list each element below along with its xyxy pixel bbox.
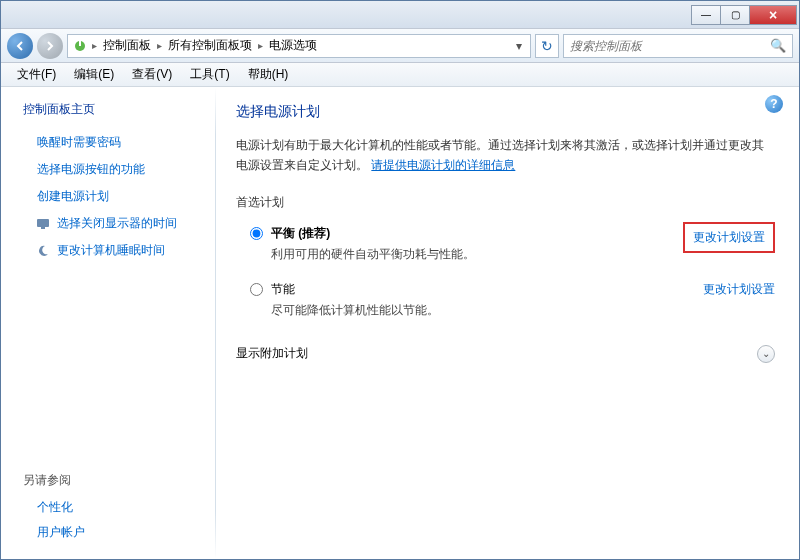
svg-rect-3 <box>41 227 45 229</box>
sidebar-item-label: 更改计算机睡眠时间 <box>57 242 165 259</box>
breadcrumb-item[interactable]: 控制面板 <box>101 37 153 54</box>
plan-radio-balanced[interactable] <box>250 227 263 240</box>
arrow-right-icon <box>44 40 56 52</box>
close-button[interactable]: × <box>749 5 797 25</box>
breadcrumb-item[interactable]: 所有控制面板项 <box>166 37 254 54</box>
search-box[interactable]: 🔍 <box>563 34 793 58</box>
highlight-box: 更改计划设置 <box>683 222 775 253</box>
back-button[interactable] <box>7 33 33 59</box>
breadcrumb-dropdown[interactable]: ▾ <box>512 39 526 53</box>
show-additional-plans[interactable]: 显示附加计划 ⌄ <box>236 339 775 369</box>
section-preferred-plans: 首选计划 <box>236 194 775 211</box>
plan-desc: 利用可用的硬件自动平衡功耗与性能。 <box>271 246 683 263</box>
sleep-icon <box>35 243 51 259</box>
desc-more-info-link[interactable]: 请提供电源计划的详细信息 <box>371 158 515 172</box>
help-icon[interactable]: ? <box>765 95 783 113</box>
arrow-left-icon <box>14 40 26 52</box>
plan-radio-energy[interactable] <box>250 283 263 296</box>
sidebar-links: 唤醒时需要密码 选择电源按钮的功能 创建电源计划 选择关闭显示器的时间 更改计算… <box>23 134 215 259</box>
plan-text: 节能 尽可能降低计算机性能以节能。 <box>271 281 691 319</box>
sidebar-item-label: 选择关闭显示器的时间 <box>57 215 177 232</box>
sidebar-link-create-plan[interactable]: 创建电源计划 <box>37 188 215 205</box>
chevron-right-icon: ▸ <box>155 40 164 51</box>
change-plan-settings-link[interactable]: 更改计划设置 <box>703 281 775 298</box>
menu-tools[interactable]: 工具(T) <box>182 64 237 85</box>
sidebar-footer-title: 另请参阅 <box>23 472 215 489</box>
content-area: 控制面板主页 唤醒时需要密码 选择电源按钮的功能 创建电源计划 选择关闭显示器的… <box>1 87 799 559</box>
menu-view[interactable]: 查看(V) <box>124 64 180 85</box>
minimize-button[interactable]: — <box>691 5 721 25</box>
plan-name: 节能 <box>271 281 691 298</box>
breadcrumb-item[interactable]: 电源选项 <box>267 37 319 54</box>
sidebar-link-power-button[interactable]: 选择电源按钮的功能 <box>37 161 215 178</box>
navbar: ▸ 控制面板 ▸ 所有控制面板项 ▸ 电源选项 ▾ ↻ 🔍 <box>1 29 799 63</box>
plan-desc: 尽可能降低计算机性能以节能。 <box>271 302 691 319</box>
expander-label: 显示附加计划 <box>236 345 308 362</box>
page-description: 电源计划有助于最大化计算机的性能或者节能。通过选择计划来将其激活，或选择计划并通… <box>236 135 775 176</box>
plan-text: 平衡 (推荐) 利用可用的硬件自动平衡功耗与性能。 <box>271 225 683 263</box>
chevron-right-icon: ▸ <box>90 40 99 51</box>
breadcrumb[interactable]: ▸ 控制面板 ▸ 所有控制面板项 ▸ 电源选项 ▾ <box>67 34 531 58</box>
monitor-icon <box>35 216 51 232</box>
search-input[interactable] <box>570 39 770 53</box>
control-panel-window: — ▢ × ▸ 控制面板 ▸ 所有控制面板项 ▸ 电源选项 ▾ ↻ <box>0 0 800 560</box>
sidebar-link-sleep-time[interactable]: 更改计算机睡眠时间 <box>35 242 215 259</box>
main-panel: ? 选择电源计划 电源计划有助于最大化计算机的性能或者节能。通过选择计划来将其激… <box>216 87 799 559</box>
sidebar-link-personalize[interactable]: 个性化 <box>23 499 215 516</box>
power-icon <box>72 38 88 54</box>
sidebar-link-wake-password[interactable]: 唤醒时需要密码 <box>37 134 215 151</box>
refresh-button[interactable]: ↻ <box>535 34 559 58</box>
refresh-icon: ↻ <box>541 38 553 54</box>
menu-file[interactable]: 文件(F) <box>9 64 64 85</box>
maximize-button[interactable]: ▢ <box>720 5 750 25</box>
plan-energy-saver: 节能 尽可能降低计算机性能以节能。 更改计划设置 <box>236 277 775 333</box>
sidebar-footer: 另请参阅 个性化 用户帐户 <box>23 472 215 549</box>
page-title: 选择电源计划 <box>236 103 775 121</box>
sidebar: 控制面板主页 唤醒时需要密码 选择电源按钮的功能 创建电源计划 选择关闭显示器的… <box>1 87 215 559</box>
plan-balanced: 平衡 (推荐) 利用可用的硬件自动平衡功耗与性能。 更改计划设置 <box>236 221 775 277</box>
sidebar-home-link[interactable]: 控制面板主页 <box>23 101 215 118</box>
sidebar-link-display-off[interactable]: 选择关闭显示器的时间 <box>35 215 215 232</box>
search-icon[interactable]: 🔍 <box>770 38 786 53</box>
forward-button[interactable] <box>37 33 63 59</box>
plan-name: 平衡 (推荐) <box>271 225 683 242</box>
menubar: 文件(F) 编辑(E) 查看(V) 工具(T) 帮助(H) <box>1 63 799 87</box>
titlebar: — ▢ × <box>1 1 799 29</box>
menu-help[interactable]: 帮助(H) <box>240 64 297 85</box>
sidebar-link-user-accounts[interactable]: 用户帐户 <box>23 524 215 541</box>
change-plan-settings-link[interactable]: 更改计划设置 <box>693 230 765 244</box>
chevron-right-icon: ▸ <box>256 40 265 51</box>
svg-rect-2 <box>37 219 49 227</box>
menu-edit[interactable]: 编辑(E) <box>66 64 122 85</box>
chevron-down-icon: ⌄ <box>757 345 775 363</box>
window-controls: — ▢ × <box>692 5 797 25</box>
svg-rect-1 <box>79 41 81 46</box>
